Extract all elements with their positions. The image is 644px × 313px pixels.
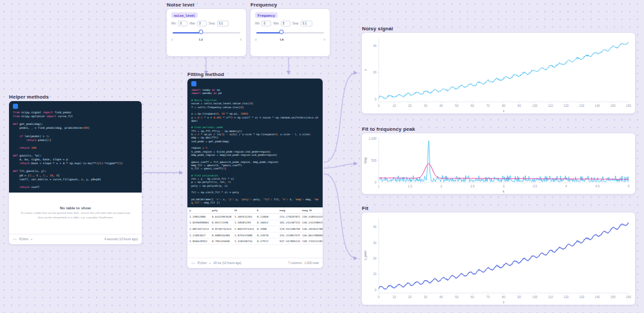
y-series-line	[379, 223, 629, 290]
helper-code[interactable]: from scipy.signal import find_peaks from…	[13, 111, 138, 189]
noise-slider-min-value: 0	[171, 38, 173, 42]
fitting-method-cell: import numpy as np import pandas as pd #…	[187, 78, 323, 269]
table-cell: 1.29842086	[187, 214, 210, 220]
frequency-max-input[interactable]	[281, 21, 290, 26]
table-column-header: y	[187, 207, 210, 214]
y-tick-label: 0	[375, 98, 377, 101]
code-language-icon: </>	[13, 238, 17, 241]
table-column-header: mag_fit	[300, 207, 323, 214]
y-tick-label: 10	[373, 272, 377, 276]
chevron-down-icon: ▾	[209, 261, 211, 265]
x-tick-label: 50	[455, 104, 459, 108]
frequency-slider[interactable]	[255, 30, 325, 35]
noise-slider-track[interactable]	[173, 32, 240, 33]
fitting-code[interactable]: import numpy as np import pandas as pd #…	[191, 88, 319, 205]
noise-step-label: Step	[209, 22, 214, 25]
table-row: 1.82968980840.851731981.585851990.166521…	[187, 220, 323, 226]
noise-slider-handle[interactable]	[198, 30, 203, 34]
frequency-step-input[interactable]	[301, 21, 312, 26]
frequency-widget-title: Frequency	[251, 2, 277, 8]
connector-fitting-to-freq-peak	[324, 164, 357, 168]
table-cell: 1.8296898084	[187, 220, 210, 226]
x-tick-label: 110	[548, 296, 553, 299]
frequency-min-input[interactable]	[261, 21, 271, 26]
x-tick-label: 160	[626, 296, 631, 299]
helper-code-editor[interactable]: from scipy.signal import find_peaks from…	[9, 101, 142, 193]
frequency-slider-max-value: 5	[324, 38, 325, 42]
fit-chart-title: Fit	[362, 205, 368, 211]
noise-slider-current-value: 1.2	[199, 38, 203, 41]
noise-max-label: Max	[189, 22, 195, 25]
helper-empty-state: No table to show To create a table that …	[9, 193, 142, 234]
x-tick-label: 4	[565, 185, 567, 188]
x-tick-label: 80	[502, 296, 506, 299]
x-tick-label: 30	[424, 104, 428, 108]
noise-min-input[interactable]	[178, 21, 187, 26]
table-cell: 2.0873073224	[187, 226, 210, 232]
helper-methods-cell: from scipy.signal import find_peaks from…	[8, 100, 142, 245]
x-tick-label: 20	[408, 296, 412, 299]
fitting-cell-title: Fitting method	[187, 71, 224, 77]
frequency-variable-pill[interactable]: Frequency	[255, 12, 278, 18]
x-tick-label: 130	[579, 296, 584, 299]
x-tick-label: 110	[548, 104, 553, 108]
x-tick-label: 80	[502, 104, 506, 108]
empty-state-title: No table to show	[60, 206, 91, 210]
helper-cell-footer: </> Python ▾ 4 seconds (13 hours ago)	[9, 234, 142, 244]
helper-cell-title: Helper methods	[9, 94, 49, 100]
noise-slider[interactable]	[171, 30, 242, 35]
x-tick-label: 120	[564, 296, 569, 299]
x-tick-label: 40	[439, 296, 443, 299]
fitting-table-meta: 7 columns · 1,000 rows	[289, 261, 319, 265]
noise-widget-title: Noise level	[167, 2, 194, 8]
noise-widget: noise_level Min Max Step 0 1.2 3	[166, 8, 247, 57]
table-row: 2.08730732240.87307323241.80259734240.19…	[187, 226, 323, 232]
table-cell: 0.85173198	[210, 220, 232, 226]
table-cell: 1.856649952	[187, 238, 210, 245]
fitting-code-editor[interactable]: import numpy as np import pandas as pd #…	[187, 79, 323, 207]
table-column-header: poly	[210, 207, 232, 214]
table-cell: 130.548554429	[300, 214, 323, 220]
fitting-language-selector[interactable]: Python	[198, 261, 207, 265]
table-cell: 130.735531187	[300, 238, 323, 245]
frequency-max-label: Max	[273, 22, 279, 25]
noise-variable-pill[interactable]: noise_level	[171, 12, 198, 18]
table-cell: 1.8025973424	[232, 226, 255, 232]
connector-fitting-to-fit	[324, 174, 357, 258]
noise-slider-scale: 0 1.2 3	[171, 38, 242, 42]
frequency-slider-current-value: 1.8	[279, 38, 283, 41]
table-cell: 1.879357688	[232, 232, 255, 238]
x-tick-label: 60	[471, 296, 475, 299]
noise-step-input[interactable]	[217, 21, 229, 26]
fitting-runtime-text: 24 ms (13 hours ago)	[213, 261, 242, 265]
y-tick-label: 0	[375, 181, 377, 184]
mag-series-line	[379, 141, 629, 182]
table-cell: 0.23978	[255, 232, 278, 238]
table-cell: 1.58585199	[232, 220, 255, 226]
fitting-result-table[interactable]: ypolyfitkmagmag_fit1.298420860.644390764…	[187, 207, 323, 258]
table-column-header: fit	[232, 207, 255, 214]
x-tick-label: 70	[486, 296, 490, 299]
frequency-slider-scale: 0 1.8 5	[255, 38, 325, 42]
noise-slider-fill	[173, 32, 200, 33]
helper-language-selector[interactable]: Python	[19, 238, 28, 241]
table-cell: 0.1988	[255, 226, 278, 232]
table-cell: 0.705345696	[210, 238, 232, 245]
table-header-row: ypolyfitkmagmag_fit	[187, 207, 323, 214]
python-cell-icon	[13, 104, 18, 109]
frequency-slider-track[interactable]	[256, 32, 324, 33]
frequency-slider-min-value: 0	[255, 38, 256, 42]
x-tick-label: 150	[611, 104, 616, 108]
x-axis-label: x	[503, 109, 505, 113]
frequency-slider-handle[interactable]	[279, 30, 284, 34]
table-cell: 130.235298015	[300, 220, 323, 226]
x-tick-label: 90	[518, 296, 522, 299]
x-tick-label: 1.5	[408, 185, 412, 188]
y-axis-label: mag	[364, 157, 367, 164]
x-tick-label: 1	[378, 185, 380, 188]
table-cell: 0.16652	[255, 220, 278, 226]
noisy-signal-chart: 0102030405060708090100110120130140150160…	[361, 32, 636, 114]
x-axis-label: x	[503, 301, 505, 304]
noise-max-input[interactable]	[197, 21, 207, 26]
noise-min-label: Min	[171, 22, 176, 25]
